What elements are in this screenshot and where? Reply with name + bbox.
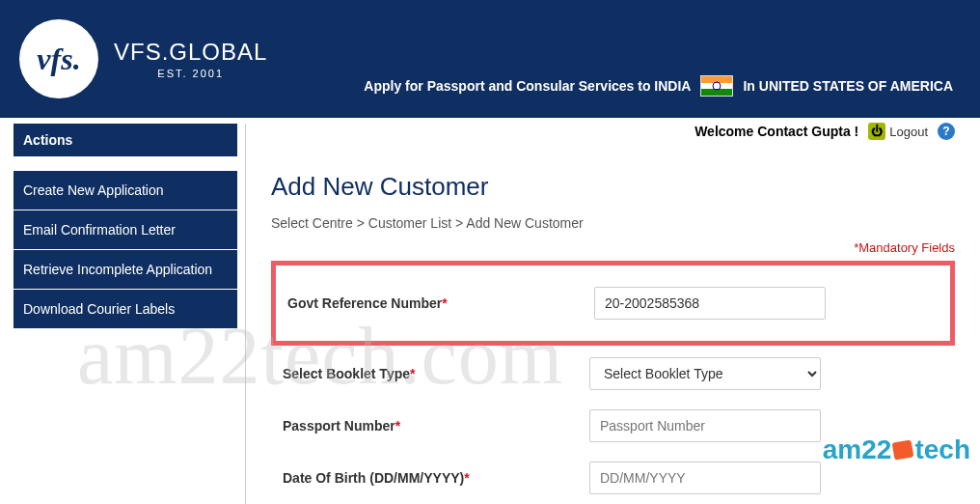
govt-ref-label: Govt Reference Number* bbox=[276, 295, 594, 311]
help-icon[interactable]: ? bbox=[938, 123, 955, 140]
sidebar-item-retrieve-incomplete[interactable]: Retrieve Incomplete Application bbox=[14, 250, 237, 290]
sidebar-item-label: Download Courier Labels bbox=[23, 301, 175, 317]
passport-input[interactable] bbox=[589, 409, 821, 442]
highlight-box: Govt Reference Number* bbox=[271, 261, 955, 346]
main-content: Welcome Contact Gupta ! ⏻ Logout ? Add N… bbox=[245, 124, 980, 504]
india-flag-icon bbox=[700, 75, 733, 97]
sidebar-item-label: Create New Application bbox=[23, 182, 164, 198]
brand-est: EST. 2001 bbox=[114, 68, 267, 79]
sidebar-header: Actions bbox=[14, 124, 237, 157]
breadcrumb: Select Centre > Customer List > Add New … bbox=[271, 215, 955, 231]
apply-line: Apply for Passport and Consular Services… bbox=[364, 75, 953, 97]
page-title: Add New Customer bbox=[271, 172, 955, 202]
dob-input[interactable] bbox=[589, 462, 821, 494]
logout-button[interactable]: ⏻ Logout bbox=[868, 123, 928, 140]
sidebar-item-label: Retrieve Incomplete Application bbox=[23, 262, 212, 277]
top-line: Welcome Contact Gupta ! ⏻ Logout ? bbox=[694, 123, 955, 140]
form-region: Govt Reference Number* Select Booklet Ty… bbox=[271, 261, 955, 504]
brand-logo-text: vfs. bbox=[37, 42, 80, 77]
booklet-label: Select Booklet Type* bbox=[271, 366, 589, 381]
app-header: vfs. VFS.GLOBAL EST. 2001 Apply for Pass… bbox=[0, 0, 980, 118]
sidebar-item-label: Email Confirmation Letter bbox=[23, 222, 176, 238]
apply-prefix: Apply for Passport and Consular Services… bbox=[364, 78, 691, 94]
govt-ref-input[interactable] bbox=[594, 287, 826, 320]
welcome-text: Welcome Contact Gupta ! bbox=[694, 124, 858, 139]
brand-logo: vfs. bbox=[19, 19, 98, 98]
brand-name: VFS.GLOBAL bbox=[114, 39, 267, 66]
sidebar: Actions Create New Application Email Con… bbox=[0, 124, 237, 504]
dob-label: Date Of Birth (DD/MM/YYYY)* bbox=[271, 470, 589, 486]
power-icon: ⏻ bbox=[868, 123, 885, 140]
logout-label: Logout bbox=[889, 125, 928, 139]
mandatory-note: *Mandatory Fields bbox=[271, 240, 955, 255]
booklet-select[interactable]: Select Booklet Type bbox=[589, 357, 821, 390]
sidebar-item-email-confirmation[interactable]: Email Confirmation Letter bbox=[14, 210, 237, 250]
brand-block: VFS.GLOBAL EST. 2001 bbox=[114, 39, 267, 79]
passport-label: Passport Number* bbox=[271, 418, 589, 434]
sidebar-item-create-application[interactable]: Create New Application bbox=[14, 171, 237, 210]
sidebar-item-download-courier[interactable]: Download Courier Labels bbox=[14, 290, 237, 329]
apply-suffix: In UNITED STATES OF AMERICA bbox=[743, 78, 953, 94]
